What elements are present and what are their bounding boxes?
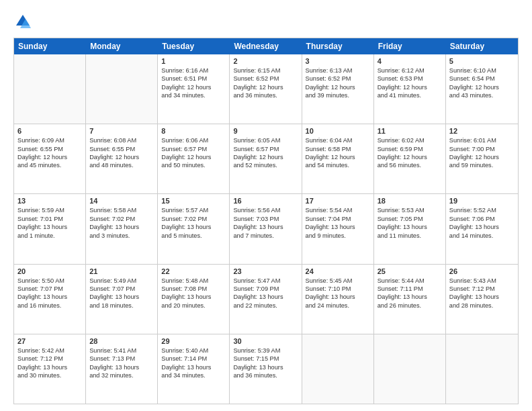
- logo-icon: [13, 12, 32, 31]
- day-number: 3: [306, 57, 370, 65]
- calendar-cell-empty: [302, 334, 374, 404]
- cell-line-2: Daylight: 13 hours: [306, 293, 370, 301]
- cell-line-3: and 3 minutes.: [89, 232, 154, 240]
- day-number: 1: [161, 57, 226, 65]
- page: SundayMondayTuesdayWednesdayThursdayFrid…: [0, 0, 532, 411]
- calendar-cell-day-25: 25Sunrise: 5:44 AMSunset: 7:11 PMDayligh…: [374, 265, 446, 334]
- header: [13, 12, 519, 31]
- day-number: 30: [233, 337, 298, 345]
- calendar-cell-empty: [14, 54, 86, 124]
- cell-line-1: Sunset: 6:57 PM: [233, 145, 298, 153]
- cell-line-2: Daylight: 12 hours: [449, 83, 515, 91]
- cell-line-2: Daylight: 13 hours: [449, 293, 515, 301]
- day-number: 24: [306, 267, 370, 275]
- day-number: 6: [17, 127, 82, 135]
- cell-line-3: and 32 minutes.: [89, 371, 154, 379]
- cell-line-2: Daylight: 13 hours: [161, 223, 226, 231]
- day-number: 20: [17, 267, 82, 275]
- cell-line-0: Sunrise: 5:49 AM: [89, 277, 154, 285]
- cell-line-0: Sunrise: 5:54 AM: [306, 206, 370, 214]
- cell-line-1: Sunset: 6:57 PM: [161, 145, 226, 153]
- cell-line-2: Daylight: 13 hours: [449, 223, 515, 231]
- cell-line-2: Daylight: 12 hours: [306, 153, 370, 161]
- cell-line-0: Sunrise: 5:58 AM: [89, 206, 154, 214]
- day-number: 9: [233, 127, 298, 135]
- cell-line-1: Sunset: 7:07 PM: [17, 285, 82, 293]
- cell-line-0: Sunrise: 6:02 AM: [378, 136, 442, 144]
- calendar-cell-day-26: 26Sunrise: 5:43 AMSunset: 7:12 PMDayligh…: [446, 265, 518, 334]
- day-number: 11: [378, 127, 442, 135]
- cell-line-2: Daylight: 12 hours: [378, 153, 442, 161]
- calendar: SundayMondayTuesdayWednesdayThursdayFrid…: [13, 38, 519, 404]
- cell-line-3: and 34 minutes.: [161, 371, 226, 379]
- cell-line-3: and 41 minutes.: [378, 91, 442, 99]
- cell-line-1: Sunset: 7:02 PM: [161, 215, 226, 223]
- cell-line-2: Daylight: 12 hours: [233, 83, 298, 91]
- calendar-cell-day-15: 15Sunrise: 5:57 AMSunset: 7:02 PMDayligh…: [158, 194, 230, 263]
- day-number: 8: [161, 127, 226, 135]
- calendar-cell-day-9: 9Sunrise: 6:05 AMSunset: 6:57 PMDaylight…: [230, 124, 302, 193]
- day-number: 19: [449, 197, 515, 205]
- cell-line-0: Sunrise: 5:59 AM: [17, 206, 82, 214]
- cell-line-3: and 26 minutes.: [378, 302, 442, 310]
- calendar-row-0: 1Sunrise: 6:16 AMSunset: 6:51 PMDaylight…: [14, 54, 518, 124]
- calendar-cell-day-6: 6Sunrise: 6:09 AMSunset: 6:55 PMDaylight…: [14, 124, 86, 193]
- calendar-cell-empty: [446, 334, 518, 404]
- cell-line-1: Sunset: 6:55 PM: [89, 145, 154, 153]
- cell-line-0: Sunrise: 5:39 AM: [233, 347, 298, 355]
- cell-line-0: Sunrise: 5:52 AM: [449, 206, 515, 214]
- cell-line-0: Sunrise: 6:06 AM: [161, 136, 226, 144]
- cell-line-1: Sunset: 7:12 PM: [449, 285, 515, 293]
- day-number: 18: [378, 197, 442, 205]
- calendar-cell-day-10: 10Sunrise: 6:04 AMSunset: 6:58 PMDayligh…: [302, 124, 374, 193]
- calendar-row-2: 13Sunrise: 5:59 AMSunset: 7:01 PMDayligh…: [14, 194, 518, 264]
- cell-line-0: Sunrise: 5:43 AM: [449, 277, 515, 285]
- cell-line-2: Daylight: 13 hours: [233, 293, 298, 301]
- cell-line-0: Sunrise: 5:40 AM: [161, 347, 226, 355]
- calendar-cell-day-1: 1Sunrise: 6:16 AMSunset: 6:51 PMDaylight…: [158, 54, 230, 124]
- cell-line-1: Sunset: 7:12 PM: [17, 355, 82, 363]
- cell-line-3: and 36 minutes.: [233, 371, 298, 379]
- cell-line-2: Daylight: 13 hours: [233, 223, 298, 231]
- cell-line-0: Sunrise: 5:53 AM: [378, 206, 442, 214]
- cell-line-2: Daylight: 13 hours: [89, 293, 154, 301]
- day-number: 13: [17, 197, 82, 205]
- day-number: 14: [89, 197, 154, 205]
- cell-line-1: Sunset: 6:52 PM: [306, 75, 370, 83]
- calendar-cell-day-28: 28Sunrise: 5:41 AMSunset: 7:13 PMDayligh…: [86, 334, 158, 404]
- cell-line-0: Sunrise: 6:16 AM: [161, 66, 226, 75]
- cell-line-3: and 50 minutes.: [161, 161, 226, 169]
- header-day-sunday: Sunday: [14, 38, 86, 54]
- cell-line-0: Sunrise: 6:10 AM: [449, 66, 515, 75]
- cell-line-0: Sunrise: 5:48 AM: [161, 277, 226, 285]
- cell-line-1: Sunset: 7:02 PM: [89, 215, 154, 223]
- cell-line-2: Daylight: 12 hours: [306, 83, 370, 91]
- cell-line-2: Daylight: 13 hours: [89, 363, 154, 371]
- cell-line-3: and 56 minutes.: [378, 161, 442, 169]
- cell-line-1: Sunset: 7:13 PM: [89, 355, 154, 363]
- cell-line-1: Sunset: 7:00 PM: [449, 145, 515, 153]
- cell-line-2: Daylight: 13 hours: [17, 363, 82, 371]
- day-number: 17: [306, 197, 370, 205]
- cell-line-1: Sunset: 7:01 PM: [17, 215, 82, 223]
- cell-line-2: Daylight: 13 hours: [161, 293, 226, 301]
- header-day-monday: Monday: [86, 38, 158, 54]
- cell-line-3: and 14 minutes.: [449, 232, 515, 240]
- calendar-cell-day-18: 18Sunrise: 5:53 AMSunset: 7:05 PMDayligh…: [374, 194, 446, 263]
- cell-line-2: Daylight: 13 hours: [378, 293, 442, 301]
- calendar-cell-empty: [86, 54, 158, 124]
- cell-line-0: Sunrise: 5:44 AM: [378, 277, 442, 285]
- cell-line-0: Sunrise: 6:09 AM: [17, 136, 82, 144]
- cell-line-1: Sunset: 7:14 PM: [161, 355, 226, 363]
- calendar-cell-day-22: 22Sunrise: 5:48 AMSunset: 7:08 PMDayligh…: [158, 265, 230, 334]
- calendar-cell-day-14: 14Sunrise: 5:58 AMSunset: 7:02 PMDayligh…: [86, 194, 158, 263]
- cell-line-3: and 5 minutes.: [161, 232, 226, 240]
- day-number: 23: [233, 267, 298, 275]
- cell-line-1: Sunset: 7:10 PM: [306, 285, 370, 293]
- cell-line-3: and 18 minutes.: [89, 302, 154, 310]
- cell-line-0: Sunrise: 5:56 AM: [233, 206, 298, 214]
- cell-line-1: Sunset: 7:07 PM: [89, 285, 154, 293]
- cell-line-2: Daylight: 12 hours: [233, 153, 298, 161]
- cell-line-2: Daylight: 12 hours: [378, 83, 442, 91]
- day-number: 25: [378, 267, 442, 275]
